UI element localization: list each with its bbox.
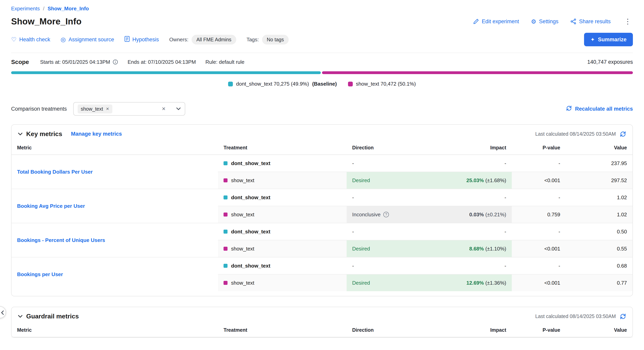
collapse-chevron-icon[interactable] <box>18 133 23 136</box>
tags-meta: Tags: No tags <box>246 35 289 45</box>
scope-ends: Ends at: 07/10/2025 04:13PM <box>128 59 196 65</box>
toolbar-row: ♡ Health check ◎ Assignment source Hypot… <box>11 33 633 46</box>
recalculate-all-metrics-button[interactable]: Recalculate all metrics <box>566 105 633 113</box>
col-treatment: Treatment <box>218 325 346 337</box>
settings-button[interactable]: ⚙ Settings <box>531 18 558 25</box>
direction-cell: Desired <box>346 274 448 291</box>
breadcrumb-separator: / <box>43 6 44 12</box>
key-metrics-card: Key metrics Manage key metrics Last calc… <box>11 124 633 296</box>
collapse-chevron-icon[interactable] <box>18 315 23 318</box>
document-icon <box>124 36 130 43</box>
info-icon[interactable] <box>112 59 118 65</box>
baseline-swatch <box>224 195 228 199</box>
col-metric: Metric <box>12 142 218 155</box>
refresh-icon[interactable] <box>620 131 626 137</box>
pvalue-cell: - <box>512 257 566 274</box>
edit-experiment-button[interactable]: Edit experiment <box>473 19 519 25</box>
metric-link[interactable]: Total Booking Dollars Per User <box>17 169 93 175</box>
kebab-icon: ⋮ <box>624 17 631 26</box>
metric-link[interactable]: Bookings - Percent of Unique Users <box>17 237 105 243</box>
treatment-name: show_text <box>231 246 254 252</box>
metric-link[interactable]: Bookings per User <box>17 271 63 277</box>
impact-cell: 0.03% (±0.21%) <box>448 206 512 223</box>
col-pvalue: P-value <box>512 142 566 155</box>
last-calculated-text: Last calculated 08/14/2025 03:50AM <box>535 131 616 137</box>
owners-label: Owners: <box>169 37 188 43</box>
baseline-swatch <box>228 82 233 86</box>
summarize-button[interactable]: ✦ Summarize <box>584 33 633 46</box>
guardrail-metrics-table: Metric Treatment Direction Impact P-valu… <box>12 325 632 337</box>
target-icon: ◎ <box>60 37 66 43</box>
chip-remove-icon[interactable]: ✕ <box>106 107 109 111</box>
table-row: Bookings - Percent of Unique Users dont_… <box>12 223 632 240</box>
tags-label: Tags: <box>246 37 259 43</box>
value-cell: 0.77 <box>566 274 632 291</box>
col-value: Value <box>566 142 632 155</box>
impact-cell: - <box>448 155 512 172</box>
col-metric: Metric <box>12 325 218 337</box>
select-clear-icon[interactable]: ✕ <box>162 106 166 112</box>
owners-chip[interactable]: All FME Admins <box>192 35 236 45</box>
title-actions: Edit experiment ⚙ Settings Share results… <box>473 17 633 26</box>
pvalue-cell: 0.759 <box>512 206 566 223</box>
baseline-bar-segment <box>11 71 321 74</box>
direction-cell: Desired <box>346 240 448 257</box>
chevron-left-icon <box>1 310 4 315</box>
col-direction: Direction <box>346 142 448 155</box>
share-results-button[interactable]: Share results <box>570 19 611 25</box>
value-cell: 0.68 <box>566 257 632 274</box>
page-title: Show_More_Info <box>11 17 82 27</box>
treatment-name: dont_show_text <box>231 263 270 269</box>
manage-key-metrics-link[interactable]: Manage key metrics <box>71 131 122 137</box>
breadcrumb-experiments-link[interactable]: Experiments <box>11 6 40 12</box>
baseline-swatch <box>224 161 228 165</box>
value-cell: 1.02 <box>566 189 632 206</box>
share-icon <box>570 19 576 25</box>
metric-link[interactable]: Booking Avg Price per User <box>17 203 85 209</box>
direction-cell: - <box>346 189 448 206</box>
breadcrumb-current-link[interactable]: Show_More_Info <box>48 6 89 12</box>
treatment-name: dont_show_text <box>231 194 270 201</box>
impact-cell: - <box>448 223 512 240</box>
help-icon[interactable]: ? <box>383 212 389 217</box>
direction-cell: Inconclusive? <box>346 206 448 223</box>
guardrail-metrics-title: Guardrail metrics <box>26 313 79 320</box>
col-direction: Direction <box>346 325 448 337</box>
comparison-treatments-select[interactable]: show_text ✕ ✕ <box>73 102 185 116</box>
impact-cell: - <box>448 189 512 206</box>
exposures-count: 140,747 exposures <box>587 59 633 65</box>
table-row: Total Booking Dollars Per User dont_show… <box>12 155 632 172</box>
col-value: Value <box>566 325 632 337</box>
tags-chip[interactable]: No tags <box>262 35 289 45</box>
chevron-down-icon[interactable] <box>172 107 181 110</box>
key-metrics-title: Key metrics <box>26 130 62 138</box>
guardrail-metrics-header: Guardrail metrics Last calculated 08/14/… <box>12 307 632 325</box>
pvalue-cell: <0.001 <box>512 172 566 189</box>
col-pvalue: P-value <box>512 325 566 337</box>
last-calculated-text: Last calculated 08/14/2025 03:50AM <box>535 313 616 319</box>
health-check-button[interactable]: ♡ Health check <box>11 37 50 43</box>
comparison-row: Comparison treatments show_text ✕ ✕ Reca… <box>11 102 633 116</box>
impact-cell: 25.03% (±1.68%) <box>448 172 512 189</box>
more-options-button[interactable]: ⋮ <box>622 17 633 26</box>
treatment-chip[interactable]: show_text ✕ <box>78 105 112 113</box>
baseline-swatch <box>224 230 228 234</box>
table-header-row: Metric Treatment Direction Impact P-valu… <box>12 325 632 337</box>
hypothesis-button[interactable]: Hypothesis <box>124 36 159 43</box>
scope-starts: Starts at: 05/01/2025 04:13PM <box>40 59 118 65</box>
impact-cell: 12.69% (±1.36%) <box>448 274 512 291</box>
scope-section: Scope Starts at: 05/01/2025 04:13PM Ends… <box>11 53 633 97</box>
pvalue-cell: <0.001 <box>512 274 566 291</box>
value-cell: 297.52 <box>566 172 632 189</box>
treatment-swatch <box>224 281 228 285</box>
impact-cell: - <box>448 257 512 274</box>
toolbar-links: ♡ Health check ◎ Assignment source Hypot… <box>11 35 289 45</box>
table-row: Bookings per User dont_show_text - - - 0… <box>12 257 632 274</box>
treatment-swatch <box>224 213 228 216</box>
refresh-icon[interactable] <box>620 313 626 320</box>
col-treatment: Treatment <box>218 142 346 155</box>
title-row: Show_More_Info Edit experiment ⚙ Setting… <box>11 17 633 27</box>
exposure-split-bar <box>11 71 633 74</box>
refresh-icon <box>566 105 572 113</box>
assignment-source-button[interactable]: ◎ Assignment source <box>60 37 114 43</box>
